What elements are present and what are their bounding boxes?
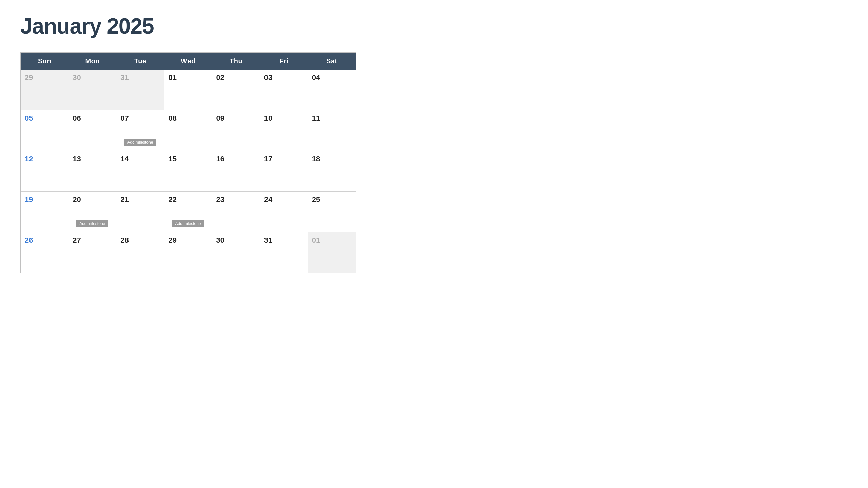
calendar-cell-w4-d5[interactable]: 31: [260, 232, 308, 273]
calendar-cell-w0-d4[interactable]: 02: [212, 70, 260, 110]
calendar-cell-w2-d4[interactable]: 16: [212, 151, 260, 192]
calendar-cell-w1-d6[interactable]: 11: [308, 110, 356, 151]
day-number: 08: [168, 114, 208, 123]
day-number: 25: [312, 195, 352, 204]
day-number: 13: [73, 155, 112, 163]
header-day-sat: Sat: [308, 53, 356, 70]
day-number: 27: [73, 236, 112, 245]
calendar-cell-w1-d4[interactable]: 09: [212, 110, 260, 151]
calendar-cell-w2-d5[interactable]: 17: [260, 151, 308, 192]
calendar-header: SunMonTueWedThuFriSat: [21, 53, 356, 70]
header-day-tue: Tue: [116, 53, 164, 70]
calendar-cell-w4-d3[interactable]: 29: [164, 232, 212, 273]
calendar-cell-w3-d1[interactable]: 20Add milestone: [68, 192, 116, 232]
add-milestone-button[interactable]: Add milestone: [124, 139, 156, 146]
header-day-mon: Mon: [68, 53, 116, 70]
day-number: 19: [25, 195, 64, 204]
calendar-cell-w0-d1[interactable]: 30: [68, 70, 116, 110]
day-number: 20: [73, 195, 112, 204]
calendar-cell-w3-d5[interactable]: 24: [260, 192, 308, 232]
day-number: 30: [216, 236, 256, 245]
day-number: 22: [168, 195, 208, 204]
header-day-thu: Thu: [212, 53, 260, 70]
day-number: 09: [216, 114, 256, 123]
calendar-cell-w2-d2[interactable]: 14: [116, 151, 164, 192]
calendar-cell-w1-d3[interactable]: 08: [164, 110, 212, 151]
calendar-cell-w3-d0[interactable]: 19: [21, 192, 68, 232]
calendar-cell-w0-d0[interactable]: 29: [21, 70, 68, 110]
calendar-cell-w3-d2[interactable]: 21: [116, 192, 164, 232]
calendar-cell-w1-d1[interactable]: 06: [68, 110, 116, 151]
day-number: 07: [120, 114, 160, 123]
add-milestone-button[interactable]: Add milestone: [172, 220, 204, 227]
day-number: 12: [25, 155, 64, 163]
calendar-cell-w4-d4[interactable]: 30: [212, 232, 260, 273]
day-number: 11: [312, 114, 352, 123]
day-number: 29: [168, 236, 208, 245]
calendar-cell-w2-d6[interactable]: 18: [308, 151, 356, 192]
day-number: 30: [73, 73, 112, 82]
day-number: 31: [120, 73, 160, 82]
calendar-cell-w1-d2[interactable]: 07Add milestone: [116, 110, 164, 151]
day-number: 05: [25, 114, 64, 123]
day-number: 06: [73, 114, 112, 123]
day-number: 21: [120, 195, 160, 204]
day-number: 10: [264, 114, 303, 123]
calendar-cell-w4-d0[interactable]: 26: [21, 232, 68, 273]
day-number: 02: [216, 73, 256, 82]
calendar-cell-w2-d0[interactable]: 12: [21, 151, 68, 192]
day-number: 31: [264, 236, 303, 245]
calendar-body: 29303101020304050607Add milestone0809101…: [21, 70, 356, 273]
calendar-cell-w2-d1[interactable]: 13: [68, 151, 116, 192]
calendar-cell-w3-d4[interactable]: 23: [212, 192, 260, 232]
day-number: 28: [120, 236, 160, 245]
day-number: 17: [264, 155, 303, 163]
day-number: 23: [216, 195, 256, 204]
day-number: 04: [312, 73, 352, 82]
calendar-cell-w1-d0[interactable]: 05: [21, 110, 68, 151]
calendar-cell-w3-d6[interactable]: 25: [308, 192, 356, 232]
day-number: 18: [312, 155, 352, 163]
calendar-cell-w0-d2[interactable]: 31: [116, 70, 164, 110]
calendar-cell-w0-d6[interactable]: 04: [308, 70, 356, 110]
calendar: SunMonTueWedThuFriSat 293031010203040506…: [20, 52, 356, 273]
calendar-cell-w4-d1[interactable]: 27: [68, 232, 116, 273]
day-number: 29: [25, 73, 64, 82]
header-day-sun: Sun: [21, 53, 68, 70]
calendar-cell-w4-d2[interactable]: 28: [116, 232, 164, 273]
day-number: 16: [216, 155, 256, 163]
header-day-fri: Fri: [260, 53, 308, 70]
day-number: 03: [264, 73, 303, 82]
day-number: 24: [264, 195, 303, 204]
header-day-wed: Wed: [164, 53, 212, 70]
calendar-cell-w1-d5[interactable]: 10: [260, 110, 308, 151]
page-title: January 2025: [20, 14, 848, 39]
day-number: 01: [312, 236, 352, 245]
calendar-cell-w4-d6[interactable]: 01: [308, 232, 356, 273]
day-number: 14: [120, 155, 160, 163]
add-milestone-button[interactable]: Add milestone: [76, 220, 108, 227]
day-number: 26: [25, 236, 64, 245]
calendar-cell-w0-d3[interactable]: 01: [164, 70, 212, 110]
calendar-cell-w0-d5[interactable]: 03: [260, 70, 308, 110]
calendar-cell-w2-d3[interactable]: 15: [164, 151, 212, 192]
day-number: 01: [168, 73, 208, 82]
day-number: 15: [168, 155, 208, 163]
calendar-cell-w3-d3[interactable]: 22Add milestone: [164, 192, 212, 232]
